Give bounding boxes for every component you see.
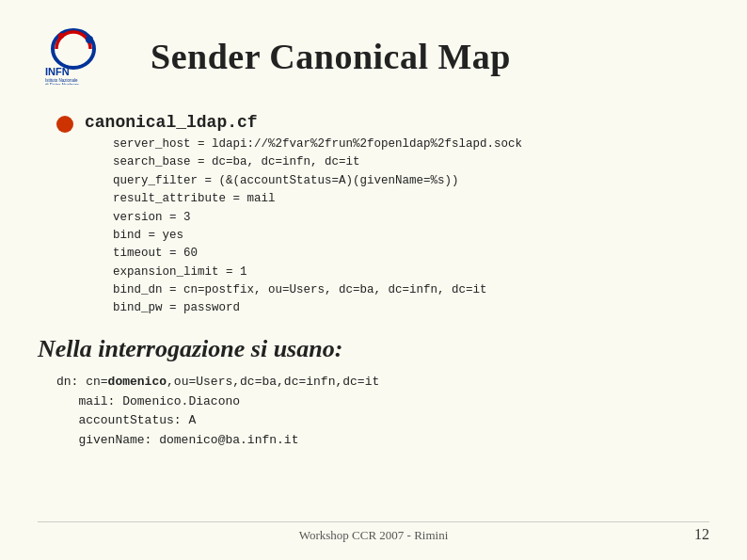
- query-line-1: dn: cn=domenico,ou=Users,dc=ba,dc=infn,d…: [56, 373, 709, 392]
- svg-point-4: [86, 36, 93, 43]
- code-line-7: timeout = 60: [113, 245, 522, 263]
- section-heading: Nella interrogazione si usano:: [38, 335, 709, 363]
- bullet-content: canonical_ldap.cf server_host = ldapi://…: [85, 113, 522, 318]
- divider-line: [38, 521, 709, 522]
- header: INFN Istituto Nazionale di Fisica Nuclea…: [38, 28, 709, 85]
- code-line-10: bind_pw = password: [113, 299, 522, 317]
- query-line-4: givenName: domenico@ba.infn.it: [56, 431, 709, 451]
- bullet-item: canonical_ldap.cf server_host = ldapi://…: [56, 113, 709, 318]
- code-line-8: expansion_limit = 1: [113, 264, 522, 281]
- query-line-2: mail: Domenico.Diacono: [56, 392, 709, 412]
- query-line-3: accountStatus: A: [56, 411, 709, 431]
- workshop-text: Workshop CCR 2007 - Rimini: [299, 528, 449, 543]
- code-line-9: bind_dn = cn=postfix, ou=Users, dc=ba, d…: [113, 281, 522, 299]
- bullet-label: canonical_ldap.cf: [85, 113, 522, 132]
- code-line-1: server_host = ldapi://%2fvar%2frun%2fope…: [113, 136, 522, 153]
- footer: Workshop CCR 2007 - Rimini: [0, 528, 747, 543]
- bullet-icon: [56, 116, 73, 133]
- page-number: 12: [694, 526, 709, 543]
- code-line-3: query_filter = (&(accountStatus=A)(given…: [113, 172, 522, 190]
- slide: INFN Istituto Nazionale di Fisica Nuclea…: [0, 0, 747, 560]
- code-block: server_host = ldapi://%2fvar%2frun%2fope…: [113, 136, 522, 318]
- page-title: Sender Canonical Map: [151, 36, 511, 77]
- bullet-section: canonical_ldap.cf server_host = ldapi://…: [56, 113, 709, 318]
- code-line-5: version = 3: [113, 209, 522, 227]
- svg-text:di Fisica Nucleare: di Fisica Nucleare: [45, 83, 79, 85]
- code-line-2: search_base = dc=ba, dc=infn, dc=it: [113, 153, 522, 171]
- code-line-6: bind = yes: [113, 227, 522, 245]
- svg-text:INFN: INFN: [45, 66, 70, 77]
- logo-area: INFN Istituto Nazionale di Fisica Nuclea…: [38, 28, 132, 85]
- infn-logo: INFN Istituto Nazionale di Fisica Nuclea…: [38, 28, 132, 85]
- svg-point-5: [58, 33, 64, 39]
- query-bold-1: domenico: [108, 375, 167, 389]
- code-line-4: result_attribute = mail: [113, 190, 522, 208]
- query-block: dn: cn=domenico,ou=Users,dc=ba,dc=infn,d…: [56, 373, 709, 451]
